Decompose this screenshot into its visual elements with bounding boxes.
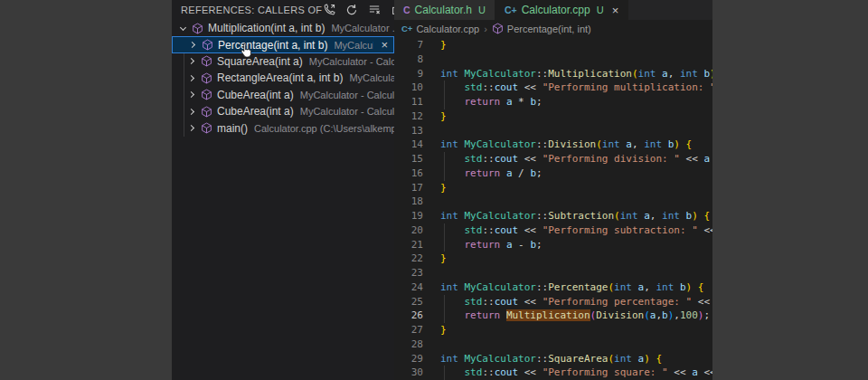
line-number[interactable]: 20 (394, 223, 423, 238)
refresh-icon[interactable] (344, 3, 359, 17)
breadcrumb-label: Calculator.cpp (416, 24, 479, 34)
code-token: :: (536, 68, 548, 80)
references-panel-title: REFERENCES: CALLERS OF (181, 5, 322, 15)
code-token: std (465, 366, 483, 378)
tree-item-detail: MyCalculat... (334, 40, 373, 51)
code-token: { (656, 353, 662, 365)
line-number[interactable]: 25 (394, 295, 423, 309)
code-token: b (662, 309, 668, 321)
tree-item[interactable]: RectangleArea(int a, int b)MyCalculat... (172, 70, 394, 86)
code-line[interactable]: 21 return a - b; (394, 238, 712, 252)
code-line[interactable]: 18 (394, 195, 712, 209)
code-token: "Performing subtraction: " (542, 224, 698, 236)
code-line[interactable]: 7} (394, 38, 712, 52)
line-number[interactable]: 13 (394, 124, 423, 138)
code-line[interactable]: 9int MyCalculator::Multiplication(int a,… (394, 67, 712, 81)
line-number[interactable]: 9 (394, 67, 423, 81)
code-line[interactable]: 15 std::cout << "Performing division: " … (394, 152, 712, 166)
tree-item[interactable]: CubeArea(int a)MyCalculator - Calculat..… (172, 87, 394, 103)
code-editor[interactable]: 7}89int MyCalculator::Multiplication(int… (394, 38, 712, 380)
code-line[interactable]: 11 return a * b; (394, 95, 712, 109)
call-hierarchy-icon[interactable] (322, 3, 336, 17)
line-number[interactable]: 18 (394, 195, 423, 209)
code-line[interactable]: 24int MyCalculator::Percentage(int a, in… (394, 280, 712, 295)
code-line[interactable]: 14int MyCalculator::Division(int a, int … (394, 138, 712, 152)
code-line[interactable]: 23 (394, 266, 712, 280)
line-number[interactable]: 28 (394, 337, 423, 352)
code-token: a (644, 210, 650, 222)
line-number[interactable]: 29 (394, 352, 423, 366)
tree-item[interactable]: main()Calculator.cpp (C:\Users\alkempe..… (172, 119, 394, 136)
symbol-method-icon (199, 121, 213, 136)
code-line[interactable]: 29int MyCalculator::SquareArea(int a) { (394, 352, 712, 366)
code-token (458, 281, 465, 293)
code-line[interactable]: 25 std::cout << "Performing percentage: … (394, 295, 712, 309)
indent-guide (444, 166, 445, 181)
code-line[interactable]: 19int MyCalculator::Subtraction(int a, i… (394, 209, 712, 223)
code-token: b (530, 167, 536, 179)
line-number[interactable]: 14 (394, 138, 423, 152)
tree-item[interactable]: Multiplication(int a, int b)MyCalculator… (172, 20, 394, 36)
line-number[interactable]: 22 (394, 252, 423, 266)
tree-item[interactable]: CubeArea(int a)MyCalculator - Calculat..… (172, 103, 394, 119)
code-line[interactable]: 26 return Multiplication(Division(a,b),1… (394, 309, 712, 323)
line-number[interactable]: 12 (394, 109, 423, 124)
chevron-right-icon[interactable] (185, 38, 200, 52)
tree-item-detail: Calculator.cpp (C:\Users\alkempe... (254, 123, 394, 134)
chevron-right-icon[interactable] (184, 121, 199, 136)
line-number[interactable]: 8 (394, 52, 423, 67)
chevron-down-icon[interactable] (175, 21, 190, 35)
line-number[interactable]: 21 (394, 238, 423, 252)
symbol-method-icon (199, 54, 213, 69)
code-token: Division (548, 138, 596, 150)
line-number[interactable]: 16 (394, 166, 423, 181)
chevron-right-icon[interactable] (184, 88, 199, 102)
breadcrumb-item[interactable]: Percentage(int, int) (492, 22, 591, 36)
line-number[interactable]: 27 (394, 323, 423, 337)
symbol-method-icon (190, 21, 204, 35)
code-token: << (518, 153, 542, 165)
code-line[interactable]: 8 (394, 52, 712, 67)
tree-item[interactable]: SquareArea(int a)MyCalculator - Calcul..… (172, 53, 394, 70)
code-line[interactable]: 20 std::cout << "Performing subtraction:… (394, 223, 712, 238)
tab-calculator-h[interactable]: CCalculator.hU (394, 0, 495, 20)
tab-calculator-cpp[interactable]: C+Calculator.cppU× (495, 0, 628, 20)
line-number[interactable]: 23 (394, 266, 423, 280)
code-token: } (440, 252, 447, 264)
tree-item-label: RectangleArea(int a, int b) (217, 71, 343, 84)
line-number[interactable]: 24 (394, 280, 423, 295)
code-line[interactable]: 10 std::cout << "Performing multiplicati… (394, 81, 712, 95)
tree-item-detail: MyCalculator ... (331, 23, 394, 33)
line-number[interactable]: 15 (394, 152, 423, 166)
clear-icon[interactable] (367, 3, 382, 17)
line-number[interactable]: 17 (394, 181, 423, 195)
code-line[interactable]: 30 std::cout << "Performing square: " <<… (394, 366, 712, 380)
breadcrumb-item[interactable]: C+Calculator.cpp (401, 24, 479, 34)
references-panel-header: REFERENCES: CALLERS OF (172, 0, 394, 19)
line-number[interactable]: 30 (394, 366, 423, 380)
code-token: , (644, 281, 656, 293)
code-token: } (440, 182, 447, 194)
chevron-right-icon[interactable] (184, 71, 199, 85)
code-token: return (465, 239, 501, 251)
code-line[interactable]: 28 (394, 337, 712, 352)
tree-item[interactable]: Percentage(int a, int b)MyCalculat...× (172, 36, 394, 52)
close-icon[interactable]: × (381, 38, 388, 52)
code-line[interactable]: 17} (394, 181, 712, 195)
code-line[interactable]: 22} (394, 252, 712, 266)
code-line[interactable]: 27} (394, 323, 712, 337)
line-number[interactable]: 19 (394, 209, 423, 223)
code-token (692, 281, 698, 293)
chevron-right-icon[interactable] (184, 104, 199, 119)
code-line[interactable]: 12} (394, 109, 712, 124)
code-line[interactable]: 13 (394, 124, 712, 138)
line-number[interactable]: 11 (394, 95, 423, 109)
line-number[interactable]: 7 (394, 38, 423, 52)
chevron-right-icon[interactable] (184, 54, 199, 69)
code-token: cout (495, 296, 519, 308)
line-number[interactable]: 10 (394, 81, 423, 95)
close-icon[interactable]: × (612, 5, 619, 16)
code-line[interactable]: 16 return a / b; (394, 166, 712, 181)
line-number[interactable]: 26 (394, 309, 423, 323)
code-token: ( (632, 68, 638, 80)
